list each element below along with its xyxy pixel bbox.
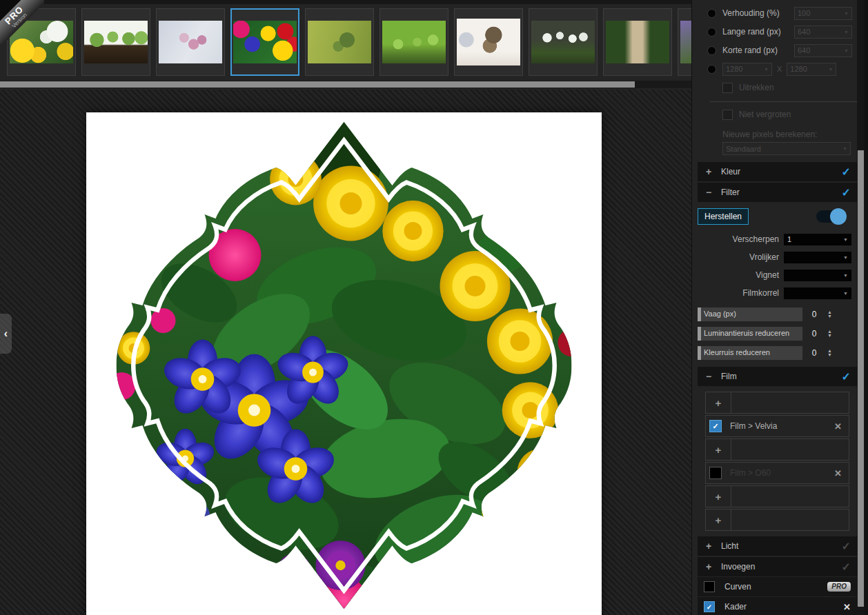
- section-header-invoegen[interactable]: + Invoegen ✓: [698, 557, 858, 576]
- thumbnail-photo-seedlings-in-soil: [84, 21, 148, 63]
- curves-row[interactable]: Curven PRO: [698, 577, 858, 596]
- slider-handle[interactable]: [698, 308, 701, 321]
- resample-combobox[interactable]: Standaard ▼: [722, 142, 851, 155]
- toggle-knob[interactable]: [830, 208, 847, 225]
- thumbnail-7[interactable]: [454, 8, 523, 76]
- luminance-noise-slider-row: Luminantieruis reduceren 0 ▲ ▼: [698, 326, 858, 341]
- lange-rand-combobox[interactable]: 640 ▼: [794, 26, 852, 39]
- color-noise-slider[interactable]: Kleurruis reduceren: [698, 346, 802, 360]
- thumbnail-photo-forest-path: [606, 21, 669, 63]
- frame-checkbox-checked[interactable]: ✓: [704, 601, 715, 612]
- thumbnail-4-selected[interactable]: [230, 8, 299, 76]
- blur-value: 0: [802, 310, 826, 319]
- no-enlarge-label: Niet vergroten: [739, 110, 791, 119]
- thumbnail-photo-branch-with-buds: [308, 21, 371, 63]
- thumbnail-list: [7, 8, 747, 76]
- film-grain-dropdown[interactable]: ▼: [784, 288, 851, 299]
- restore-button[interactable]: Herstellen: [698, 208, 749, 225]
- expand-icon[interactable]: +: [703, 166, 714, 177]
- expand-icon[interactable]: +: [703, 561, 714, 572]
- radio-verhouding[interactable]: [707, 9, 716, 18]
- section-header-filter[interactable]: − Filter ✓: [698, 183, 858, 202]
- stretch-checkbox[interactable]: [722, 83, 733, 93]
- thumbnail-photo-grass-sprouts: [382, 21, 446, 63]
- filmstrip-topbar: [0, 0, 691, 4]
- spinner-down-icon[interactable]: ▼: [827, 334, 832, 338]
- filmstrip-scrollbar-thumb[interactable]: [0, 81, 635, 88]
- sharpen-label: Verscherpen: [698, 234, 779, 244]
- luminance-noise-slider[interactable]: Luminantieruis reduceren: [698, 327, 802, 341]
- dropdown-arrow-icon: ▼: [764, 67, 769, 72]
- resize-label: Verhouding (%): [722, 8, 794, 18]
- film-preset-o60-row: Film > O60 ✕: [705, 462, 849, 484]
- resample-label: Nieuwe pixels berekenen:: [722, 130, 858, 139]
- no-enlarge-checkbox[interactable]: [722, 110, 733, 120]
- color-noise-spinner[interactable]: ▲ ▼: [827, 349, 832, 357]
- thumbnail-2[interactable]: [81, 8, 150, 76]
- verhouding-combobox[interactable]: 100 ▼: [794, 7, 852, 20]
- thumbnail-3[interactable]: [156, 8, 225, 76]
- settings-panel: Verhouding (%) 100 ▼ Lange rand (px) 640…: [691, 0, 868, 615]
- add-film-button[interactable]: +: [706, 510, 731, 530]
- add-film-button[interactable]: +: [706, 392, 731, 413]
- vibrance-label: Vrolijker: [698, 252, 779, 262]
- add-film-button[interactable]: +: [706, 439, 731, 460]
- vignette-dropdown[interactable]: ▼: [784, 270, 851, 281]
- luminance-noise-spinner[interactable]: ▲ ▼: [827, 330, 832, 338]
- resize-label: Korte rand (px): [722, 46, 794, 55]
- preview-workspace: [0, 90, 691, 615]
- filter-enabled-toggle[interactable]: [816, 210, 845, 223]
- dropdown-arrow-icon: ▼: [843, 255, 848, 260]
- o60-checkbox-unchecked[interactable]: [709, 467, 722, 479]
- thumbnail-6[interactable]: [379, 8, 448, 76]
- section-header-kleur[interactable]: + Kleur ✓: [698, 162, 858, 181]
- section-label: Licht: [721, 541, 842, 551]
- pro-badge: PRO: [827, 582, 851, 592]
- thumbnail-9[interactable]: [603, 8, 672, 76]
- panel-scrollbar-track[interactable]: [857, 0, 865, 615]
- korte-rand-combobox[interactable]: 640 ▼: [794, 44, 852, 57]
- dropdown-arrow-icon: ▼: [844, 30, 849, 34]
- radio-korte-rand[interactable]: [707, 46, 716, 55]
- custom-width-combobox[interactable]: 1280 ▼: [722, 63, 772, 76]
- chevron-left-icon: ‹: [4, 328, 8, 339]
- expand-icon[interactable]: +: [703, 541, 714, 552]
- spinner-down-icon[interactable]: ▼: [827, 353, 832, 357]
- radio-custom-size[interactable]: [707, 65, 716, 74]
- thumbnail-8[interactable]: [529, 8, 598, 76]
- remove-film-icon[interactable]: ✕: [834, 468, 842, 478]
- sharpen-dropdown[interactable]: 1 ▼: [784, 234, 851, 245]
- vibrance-dropdown[interactable]: ▼: [784, 252, 851, 263]
- filmstrip-scrollbar-track[interactable]: [0, 81, 691, 88]
- remove-film-icon[interactable]: ✕: [834, 421, 842, 432]
- frame-row[interactable]: ✓ Kader ✕: [698, 597, 858, 615]
- remove-frame-icon[interactable]: ✕: [843, 602, 851, 612]
- blur-slider[interactable]: Vaag (px): [698, 308, 802, 321]
- collapse-icon[interactable]: −: [703, 371, 714, 382]
- curves-checkbox-unchecked[interactable]: [704, 581, 715, 592]
- luminance-noise-value: 0: [802, 329, 826, 339]
- section-header-film[interactable]: − Film ✓: [698, 367, 858, 386]
- left-panel-collapse-tab[interactable]: ‹: [0, 314, 12, 354]
- section-header-licht[interactable]: + Licht ✓: [698, 536, 858, 556]
- blur-spinner[interactable]: ▲ ▼: [827, 310, 832, 319]
- collapse-icon[interactable]: −: [703, 187, 714, 198]
- film-preset-velvia-row: ✓ Film > Velvia ✕: [705, 415, 849, 437]
- thumbnail-photo-hedgehog: [457, 19, 520, 65]
- add-film-button[interactable]: +: [706, 486, 731, 507]
- no-enlarge-row: Niet vergroten: [722, 106, 858, 123]
- enabled-check-icon: ✓: [842, 370, 851, 383]
- thumbnail-5[interactable]: [305, 8, 374, 76]
- slider-handle[interactable]: [698, 346, 701, 360]
- dropdown-arrow-icon: ▼: [843, 291, 848, 296]
- custom-height-combobox[interactable]: 1280 ▼: [787, 63, 836, 76]
- slider-handle[interactable]: [698, 327, 701, 341]
- radio-lange-rand[interactable]: [707, 28, 716, 37]
- velvia-checkbox-checked[interactable]: ✓: [709, 420, 722, 432]
- resize-row-lange-rand: Lange rand (px) 640 ▼: [698, 23, 858, 41]
- film-preset-label: Film > Velvia: [730, 421, 834, 431]
- add-film-row: +: [705, 509, 849, 531]
- panel-scrollbar-thumb[interactable]: [858, 150, 864, 607]
- spinner-down-icon[interactable]: ▼: [827, 314, 832, 319]
- thumbnail-photo-frosted-pink-blossom: [159, 21, 222, 63]
